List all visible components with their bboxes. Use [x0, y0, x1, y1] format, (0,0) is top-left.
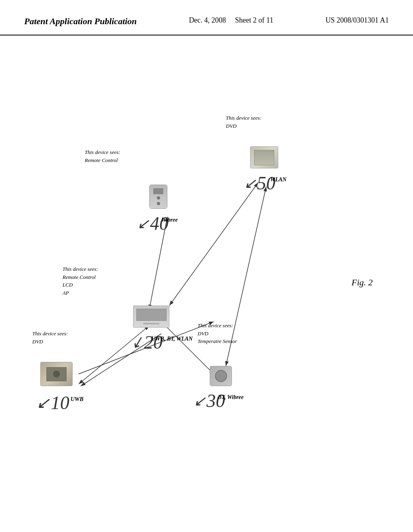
- device-10-icon: [40, 362, 73, 386]
- patent-number: US 2008/0301301 A1: [325, 16, 389, 25]
- device-50-label: This device sees: DVD: [226, 114, 261, 130]
- device-40-label: This device sees: Remote Control: [85, 148, 120, 164]
- header-date-sheet: Dec. 4, 2008 Sheet 2 of 11: [189, 16, 273, 25]
- device-20-number: ↙ 20: [131, 332, 163, 353]
- device-10-protocol: UWB: [71, 396, 83, 403]
- diagram-area: This device sees: DVD ↙ 10 UWB This devi…: [0, 35, 413, 511]
- arrows-svg: [0, 35, 413, 511]
- publication-date: Dec. 4, 2008: [189, 16, 226, 24]
- figure-label: Fig. 2: [351, 277, 373, 288]
- device-20-protocol: UWB, BT, WLAN: [151, 336, 193, 342]
- device-20-label: This device sees: Remote Control LCD AP: [63, 265, 98, 297]
- device-10-label: This device sees: DVD: [32, 330, 68, 345]
- device-30-number: ↙ 30: [194, 390, 225, 411]
- svg-line-7: [169, 183, 258, 305]
- device-40-protocol: Wibree: [161, 217, 178, 223]
- device-50-number: ↙ 50: [244, 172, 275, 194]
- device-50-protocol: WLAN: [270, 177, 286, 183]
- header-title: Patent Application Publication: [24, 16, 137, 27]
- device-30-protocol: BT, Wibree: [218, 394, 244, 401]
- sheet-info: Sheet 2 of 11: [235, 16, 273, 24]
- device-40-icon: [149, 185, 167, 209]
- page-header: Patent Application Publication Dec. 4, 2…: [0, 0, 413, 35]
- device-30-label: This device sees: DVD Temperatre Sensor: [198, 322, 237, 345]
- device-10-number: ↙ 10: [36, 392, 69, 414]
- device-30-icon: [210, 366, 232, 386]
- device-40-number: ↙ 40: [137, 213, 169, 234]
- device-20-icon: [133, 305, 169, 328]
- device-50-icon: [250, 146, 278, 168]
